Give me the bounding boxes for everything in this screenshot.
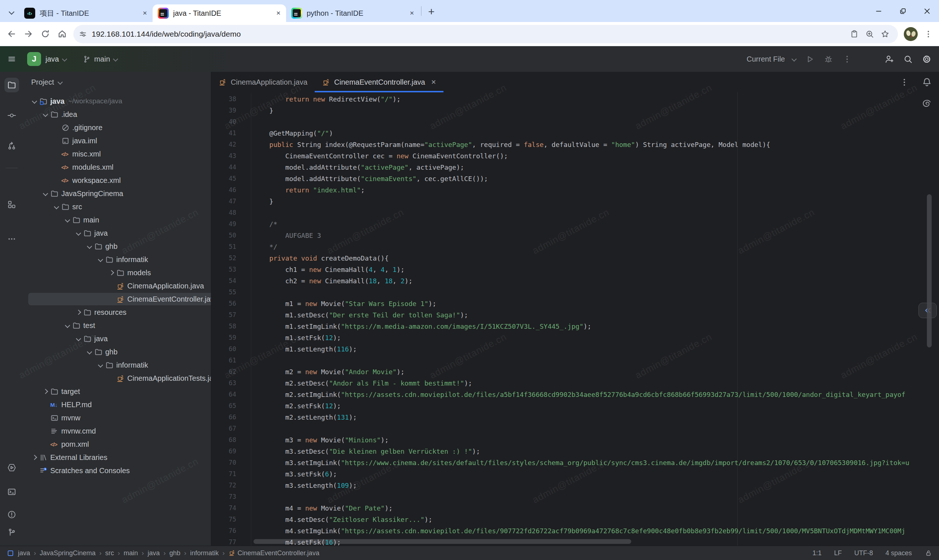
chevron-down-icon[interactable] [41, 112, 50, 116]
tool-pull-requests-button[interactable] [5, 138, 19, 153]
line-number[interactable]: 59 [211, 332, 251, 343]
address-bar[interactable]: 192.168.101.144/ide/web/coding/java/demo [73, 25, 898, 43]
chevron-down-icon[interactable] [63, 218, 72, 222]
tree-item-cinemaapplication-java[interactable]: CinemaApplication.java [24, 279, 211, 292]
vcs-branch-widget[interactable]: main [83, 55, 117, 63]
line-number[interactable]: 72 [211, 480, 251, 491]
tool-more-button[interactable] [5, 232, 19, 246]
tree-item-javaspringcinema[interactable]: JavaSpringCinema [24, 187, 211, 200]
tree-item-java[interactable]: java~/workspace/java [24, 95, 211, 108]
code-line[interactable]: 56 m1 = new Movie("Star Wars Episode 1")… [211, 298, 939, 309]
line-number[interactable]: 41 [211, 128, 251, 139]
tab-close-button[interactable]: ✕ [140, 8, 150, 18]
chevron-down-icon[interactable] [96, 258, 105, 261]
line-number[interactable]: 75 [211, 514, 251, 525]
line-number[interactable]: 55 [211, 286, 251, 298]
line-number[interactable]: 63 [211, 377, 251, 389]
line-number[interactable]: 53 [211, 264, 251, 275]
breadcrumb-item[interactable]: ghb [170, 549, 180, 557]
chevron-right-icon[interactable] [41, 389, 50, 393]
chevron-down-icon[interactable] [85, 350, 94, 354]
code-line[interactable]: 66 m2.setLength(131); [211, 412, 939, 423]
forward-button[interactable] [20, 26, 37, 43]
line-number[interactable]: 58 [211, 321, 251, 332]
breadcrumb-item[interactable]: JavaSpringCinema [40, 549, 96, 557]
project-badge[interactable]: J [27, 52, 41, 66]
status-line-ending[interactable]: LF [834, 549, 842, 557]
line-number[interactable]: 42 [211, 139, 251, 150]
code-line[interactable]: 53 ch1 = new CinemaHall(4, 4, 1); [211, 264, 939, 275]
chevron-down-icon[interactable] [30, 99, 39, 103]
main-menu-button[interactable] [5, 52, 19, 66]
editor-tab-close-button[interactable]: ✕ [431, 78, 436, 86]
line-number[interactable]: 57 [211, 309, 251, 321]
tree-item-mvnw[interactable]: mvnw [24, 411, 211, 425]
code-line[interactable]: 68 m3 = new Movie("Minions"); [211, 434, 939, 446]
line-number[interactable]: 47 [211, 196, 251, 207]
line-number[interactable]: 70 [211, 457, 251, 468]
home-button[interactable] [54, 26, 71, 43]
editor-options-button[interactable] [899, 77, 909, 87]
code-line[interactable]: 39 } [211, 105, 939, 116]
editor-tab[interactable]: CinemaEventController.java✕ [315, 72, 444, 92]
tree-item-ghb[interactable]: ghb [24, 345, 211, 358]
line-number[interactable]: 77 [211, 537, 251, 546]
site-info-icon[interactable] [79, 30, 87, 38]
tree-item-cinemaapplicationtests-java[interactable]: CinemaApplicationTests.java [24, 372, 211, 385]
reload-button[interactable] [37, 26, 54, 43]
tree-item-external-libraries[interactable]: External Libraries [24, 451, 211, 464]
breadcrumb-item[interactable]: src [105, 549, 114, 557]
code-line[interactable]: 74 m4 = new Movie("Der Pate"); [211, 503, 939, 514]
code-line[interactable]: 52 private void createDemoData(){ [211, 252, 939, 264]
tree-item-scratches-and-consoles[interactable]: Scratches and Consoles [24, 464, 211, 477]
tab-close-button[interactable]: ✕ [274, 8, 283, 18]
code-line[interactable]: 41 @GetMapping("/") [211, 128, 939, 139]
tab-search-button[interactable] [6, 6, 17, 17]
line-number[interactable]: 51 [211, 241, 251, 252]
tool-structure-button[interactable] [5, 197, 19, 212]
browser-menu-button[interactable] [920, 26, 936, 42]
tree-item-pom-xml[interactable]: </>pom.xml [24, 438, 211, 451]
chevron-right-icon[interactable] [74, 311, 83, 314]
chevron-down-icon[interactable] [63, 324, 72, 327]
editor[interactable]: 38 return new RedirectView("/");39 }4041… [211, 92, 939, 546]
bookmark-button[interactable] [877, 26, 893, 42]
tree-item-misc-xml[interactable]: </>misc.xml [24, 147, 211, 160]
code-line[interactable]: 70 m3.setImgLink("https://www.cinema.de/… [211, 457, 939, 468]
line-number[interactable]: 44 [211, 162, 251, 173]
line-number[interactable]: 71 [211, 468, 251, 480]
code-line[interactable]: 42 public String index(@RequestParam(nam… [211, 139, 939, 150]
breadcrumb-item[interactable]: main [123, 549, 138, 557]
breadcrumb-item[interactable]: CinemaEventController.java [228, 549, 319, 557]
tree-item-java[interactable]: java [24, 332, 211, 345]
code-line[interactable]: 45 model.addAttribute("cinemaEvents", ce… [211, 173, 939, 185]
tree-item-src[interactable]: src [24, 200, 211, 213]
code-line[interactable]: 48 [211, 207, 939, 218]
code-line[interactable]: 43 CinemaEventController cec = new Cinem… [211, 150, 939, 162]
run-configuration[interactable]: Current File [747, 55, 796, 63]
browser-tab[interactable]: ‹t›项目 - TitanIDE✕ [19, 5, 153, 22]
status-file-encoding[interactable]: UTF-8 [854, 549, 873, 557]
project-name[interactable]: java [45, 55, 59, 63]
status-indent-config[interactable]: 4 spaces [885, 549, 912, 557]
tool-commit-button[interactable] [5, 108, 19, 123]
code-with-me-button[interactable] [884, 54, 894, 64]
code-line[interactable]: 61 [211, 355, 939, 366]
tree-item-cinemaeventcontroller-java[interactable]: CinemaEventController.java [24, 292, 211, 306]
code-line[interactable]: 47 } [211, 196, 939, 207]
window-close-button[interactable] [915, 1, 939, 21]
line-number[interactable]: 68 [211, 434, 251, 446]
chevron-down-icon[interactable] [52, 205, 61, 209]
code-line[interactable]: 57 m1.setDesc("Der erste Teil der tollen… [211, 309, 939, 321]
code-line[interactable]: 72 m3.setLength(109); [211, 480, 939, 491]
tool-problems-button[interactable] [5, 507, 19, 522]
line-number[interactable]: 66 [211, 412, 251, 423]
browser-tab[interactable]: python - TitanIDE✕ [286, 5, 419, 22]
code-line[interactable]: 63 m2.setDesc("Andor als Film - kommt be… [211, 377, 939, 389]
profile-avatar[interactable] [904, 27, 918, 41]
line-number[interactable]: 38 [211, 94, 251, 105]
chevron-down-icon[interactable] [96, 363, 105, 367]
zoom-button[interactable] [862, 26, 877, 42]
code-line[interactable]: 75 m4.setDesc("Zeitloser Klassiker..."); [211, 514, 939, 525]
settings-button[interactable] [922, 54, 932, 64]
